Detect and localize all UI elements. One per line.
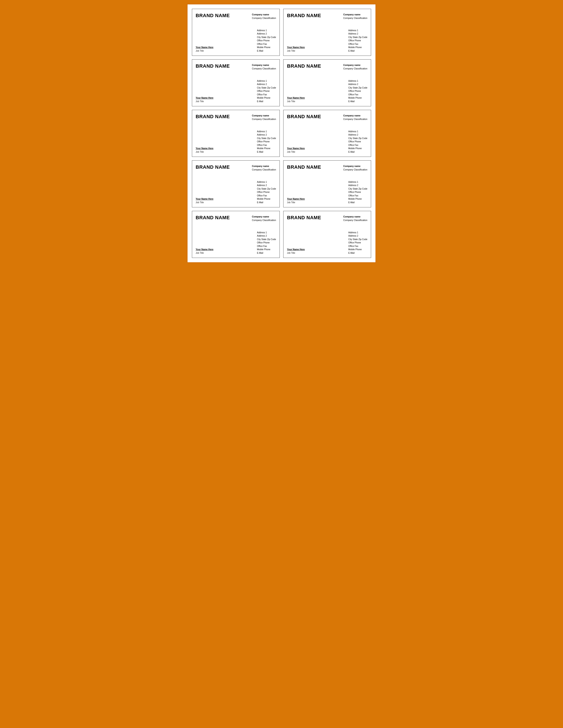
business-card: BRAND NAME Company name Company Classifi… <box>283 59 371 106</box>
card-spacer <box>196 224 276 230</box>
company-info-top: Company name Company Classification <box>252 114 276 121</box>
address2: Address 2 <box>348 235 358 237</box>
address-info: Address 1 Address 2 City State Zip Code … <box>348 231 367 255</box>
address-info: Address 1 Address 2 City State Zip Code … <box>348 29 367 53</box>
card-bottom: Your Name Here Job Title Address 1 Addre… <box>287 29 367 53</box>
email: E-Mail <box>257 100 263 103</box>
company-classification: Company Classification <box>343 219 367 221</box>
person-info: Your Name Here Job Title <box>287 248 305 255</box>
card-spacer <box>287 224 367 230</box>
job-title: Job Title <box>196 201 214 204</box>
email: E-Mail <box>257 151 263 153</box>
city-state-zip: City State Zip Code <box>348 137 367 139</box>
company-classification: Company Classification <box>252 168 276 171</box>
address1: Address 1 <box>257 29 267 32</box>
address1: Address 1 <box>348 80 358 82</box>
card-bottom: Your Name Here Job Title Address 1 Addre… <box>287 231 367 255</box>
brand-name: BRAND NAME <box>287 165 321 170</box>
company-classification: Company Classification <box>343 17 367 19</box>
address-info: Address 1 Address 2 City State Zip Code … <box>348 79 367 103</box>
office-fax: Office Fax <box>348 144 358 146</box>
office-fax: Office Fax <box>257 194 267 197</box>
office-phone: Office Phone <box>257 191 270 193</box>
office-phone: Office Phone <box>348 90 361 92</box>
city-state-zip: City State Zip Code <box>348 238 367 241</box>
person-info: Your Name Here Job Title <box>196 248 214 255</box>
business-card: BRAND NAME Company name Company Classifi… <box>192 160 280 207</box>
brand-name: BRAND NAME <box>287 63 321 69</box>
address-info: Address 1 Address 2 City State Zip Code … <box>257 231 276 255</box>
office-fax: Office Fax <box>348 43 358 45</box>
company-classification: Company Classification <box>343 168 367 171</box>
job-title: Job Title <box>196 100 214 103</box>
person-name: Your Name Here <box>287 248 305 251</box>
card-bottom: Your Name Here Job Title Address 1 Addre… <box>196 29 276 53</box>
job-title: Job Title <box>287 49 305 53</box>
person-info: Your Name Here Job Title <box>287 46 305 53</box>
job-title: Job Title <box>196 150 214 154</box>
card-top: BRAND NAME Company name Company Classifi… <box>196 165 276 172</box>
company-name-label: Company name <box>252 114 269 117</box>
job-title: Job Title <box>287 100 305 103</box>
office-fax: Office Fax <box>348 245 358 247</box>
job-title: Job Title <box>287 251 305 255</box>
office-phone: Office Phone <box>257 241 270 244</box>
company-classification: Company Classification <box>252 118 276 120</box>
mobile-phone: Mobile Phone <box>348 198 362 200</box>
card-top: BRAND NAME Company name Company Classifi… <box>287 63 367 71</box>
email: E-Mail <box>257 50 263 52</box>
office-fax: Office Fax <box>257 245 267 247</box>
card-top: BRAND NAME Company name Company Classifi… <box>287 165 367 172</box>
card-top: BRAND NAME Company name Company Classifi… <box>287 215 367 222</box>
office-fax: Office Fax <box>257 144 267 146</box>
card-spacer <box>287 22 367 27</box>
job-title: Job Title <box>287 150 305 154</box>
cards-grid: BRAND NAME Company name Company Classifi… <box>192 9 371 258</box>
brand-name: BRAND NAME <box>196 13 230 18</box>
city-state-zip: City State Zip Code <box>257 137 276 139</box>
mobile-phone: Mobile Phone <box>348 46 362 49</box>
city-state-zip: City State Zip Code <box>348 36 367 38</box>
person-info: Your Name Here Job Title <box>196 197 214 204</box>
person-info: Your Name Here Job Title <box>196 46 214 53</box>
address-info: Address 1 Address 2 City State Zip Code … <box>257 180 276 204</box>
company-name-label: Company name <box>252 165 269 167</box>
brand-name: BRAND NAME <box>196 165 230 170</box>
mobile-phone: Mobile Phone <box>257 198 270 200</box>
business-card: BRAND NAME Company name Company Classifi… <box>283 110 371 157</box>
address1: Address 1 <box>348 231 358 234</box>
company-classification: Company Classification <box>343 67 367 70</box>
business-card: BRAND NAME Company name Company Classifi… <box>192 110 280 157</box>
email: E-Mail <box>257 201 263 204</box>
address2: Address 2 <box>348 83 358 85</box>
mobile-phone: Mobile Phone <box>348 147 362 150</box>
company-classification: Company Classification <box>252 67 276 70</box>
city-state-zip: City State Zip Code <box>257 87 276 89</box>
office-phone: Office Phone <box>348 140 361 143</box>
person-info: Your Name Here Job Title <box>287 96 305 103</box>
brand-name: BRAND NAME <box>196 114 230 119</box>
card-bottom: Your Name Here Job Title Address 1 Addre… <box>196 130 276 154</box>
mobile-phone: Mobile Phone <box>257 248 270 251</box>
office-fax: Office Fax <box>348 194 358 197</box>
office-phone: Office Phone <box>348 191 361 193</box>
brand-name: BRAND NAME <box>287 13 321 18</box>
mobile-phone: Mobile Phone <box>257 147 270 150</box>
page: BRAND NAME Company name Company Classifi… <box>187 4 376 263</box>
card-spacer <box>287 73 367 78</box>
business-card: BRAND NAME Company name Company Classifi… <box>283 160 371 207</box>
card-top: BRAND NAME Company name Company Classifi… <box>196 215 276 222</box>
brand-name: BRAND NAME <box>196 63 230 69</box>
company-info-top: Company name Company Classification <box>343 114 367 121</box>
person-info: Your Name Here Job Title <box>287 197 305 204</box>
address1: Address 1 <box>348 181 358 183</box>
mobile-phone: Mobile Phone <box>348 97 362 99</box>
office-phone: Office Phone <box>348 39 361 42</box>
brand-name: BRAND NAME <box>287 215 321 220</box>
business-card: BRAND NAME Company name Company Classifi… <box>192 9 280 56</box>
person-name: Your Name Here <box>287 197 305 201</box>
address-info: Address 1 Address 2 City State Zip Code … <box>257 130 276 154</box>
card-top: BRAND NAME Company name Company Classifi… <box>287 114 367 121</box>
business-card: BRAND NAME Company name Company Classifi… <box>283 9 371 56</box>
card-top: BRAND NAME Company name Company Classifi… <box>196 13 276 20</box>
